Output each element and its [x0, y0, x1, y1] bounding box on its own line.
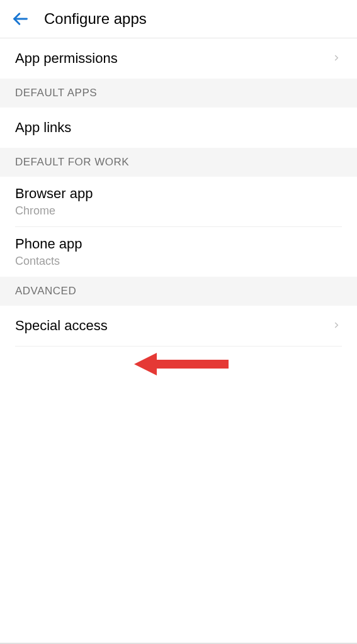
list-item-label: Phone app [15, 236, 82, 252]
list-item-label: Special access [15, 318, 108, 334]
arrow-left-icon [11, 10, 29, 28]
special-access-item[interactable]: Special access [0, 306, 357, 346]
app-links-item[interactable]: App links [0, 108, 357, 148]
annotation-arrow-icon [134, 350, 229, 378]
page-title: Configure apps [44, 10, 147, 28]
list-item-label: Browser app [15, 186, 93, 202]
divider [15, 346, 342, 347]
phone-app-item[interactable]: Phone app Contacts [0, 227, 357, 277]
chevron-right-icon [332, 321, 342, 331]
chevron-right-icon [332, 53, 342, 64]
default-for-work-section-header: DEFAULT FOR WORK [0, 148, 357, 177]
app-permissions-item[interactable]: App permissions [0, 38, 357, 79]
list-item-label: App links [15, 119, 71, 136]
default-apps-section-header: DEFAULT APPS [0, 79, 357, 108]
browser-app-item[interactable]: Browser app Chrome [0, 177, 357, 226]
back-button[interactable] [11, 10, 29, 28]
list-item-sublabel: Contacts [15, 255, 60, 268]
list-item-sublabel: Chrome [15, 204, 55, 218]
list-item-label: App permissions [15, 50, 118, 67]
svg-marker-1 [134, 353, 229, 375]
advanced-section-header: ADVANCED [0, 277, 357, 306]
app-header: Configure apps [0, 0, 357, 38]
